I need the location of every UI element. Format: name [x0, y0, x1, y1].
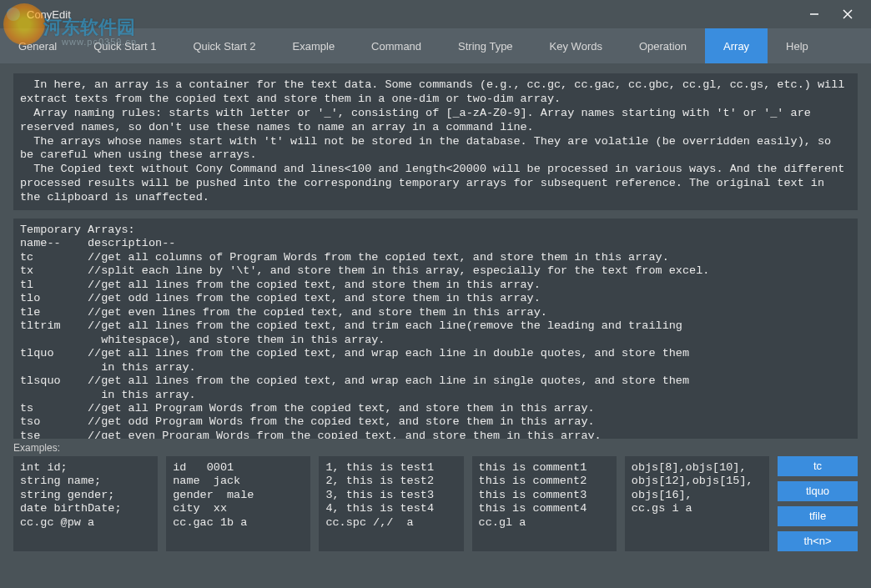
tab-key-words[interactable]: Key Words	[531, 28, 621, 63]
tlquo-button[interactable]: tlquo	[778, 481, 858, 501]
minimize-button[interactable]	[798, 0, 831, 28]
tc-button[interactable]: tc	[778, 456, 858, 476]
tab-example[interactable]: Example	[274, 28, 354, 63]
example-block-4: this is comment1 this is comment2 this i…	[472, 456, 617, 551]
example-block-5: objs[8],objs[10], objs[12],objs[15], obj…	[625, 456, 769, 551]
thn-button[interactable]: th<n>	[778, 531, 858, 551]
example-block-3: 1, this is test1 2, this is test2 3, thi…	[319, 456, 463, 551]
app-title: ConyEdit	[27, 8, 71, 21]
close-button[interactable]	[831, 0, 864, 28]
tab-general[interactable]: General	[0, 28, 75, 63]
tab-help[interactable]: Help	[768, 28, 827, 63]
minimize-icon	[809, 9, 819, 19]
tab-operation[interactable]: Operation	[621, 28, 705, 63]
tab-bar: General Quick Start 1 Quick Start 2 Exam…	[0, 28, 871, 63]
example-block-2: id 0001 name jack gender male city xx cc…	[166, 456, 310, 551]
tab-quick-start-2[interactable]: Quick Start 2	[174, 28, 274, 63]
tab-string-type[interactable]: String Type	[440, 28, 531, 63]
content-area: In here, an array is a container for the…	[0, 63, 871, 588]
tab-quick-start-1[interactable]: Quick Start 1	[75, 28, 174, 63]
examples-row: int id; string name; string gender; date…	[13, 456, 858, 551]
info-panel: In here, an array is a container for the…	[13, 73, 858, 210]
tab-command[interactable]: Command	[353, 28, 440, 63]
example-block-1: int id; string name; string gender; date…	[13, 456, 158, 551]
examples-label: Examples:	[13, 442, 858, 454]
close-icon	[843, 9, 853, 19]
tab-array[interactable]: Array	[705, 28, 768, 63]
app-logo-icon	[7, 8, 20, 21]
temporary-arrays-panel[interactable]: Temporary Arrays: name-- description-- t…	[13, 219, 858, 439]
example-buttons-column: tc tlquo tfile th<n>	[778, 456, 858, 551]
tfile-button[interactable]: tfile	[778, 506, 858, 526]
titlebar: ConyEdit	[0, 0, 871, 28]
